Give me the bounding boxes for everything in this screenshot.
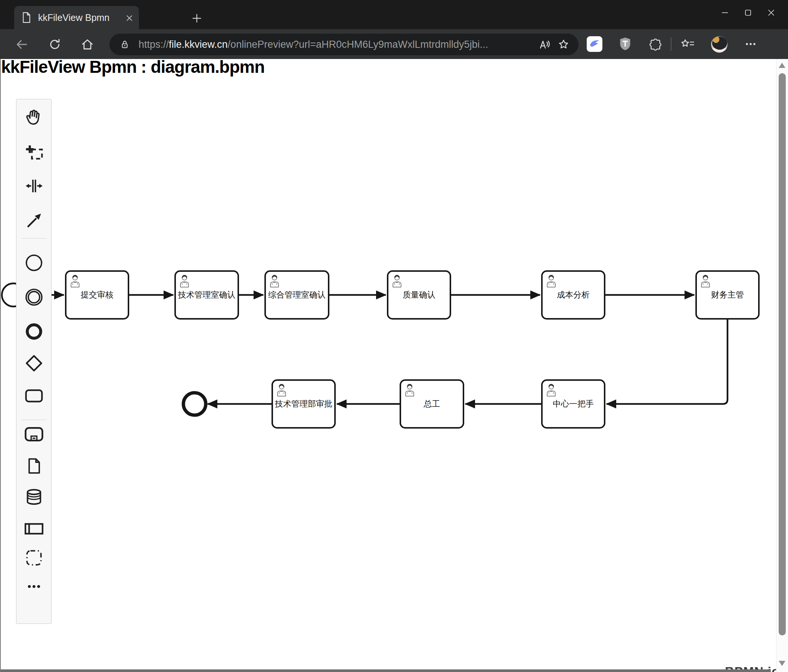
gateway-icon: [24, 353, 44, 373]
palette-more-options-button[interactable]: [24, 576, 44, 597]
user-task-icon: [404, 383, 415, 396]
star-icon: [558, 38, 570, 51]
url-text: https://file.kkview.cn/onlinePreview?url…: [138, 39, 536, 51]
horizontal-scrollbar[interactable]: [0, 669, 771, 672]
end-event-icon: [24, 322, 44, 341]
scroll-up-arrow[interactable]: [778, 63, 785, 68]
scroll-down-arrow[interactable]: [778, 661, 785, 666]
create-task-button[interactable]: [24, 385, 44, 406]
create-group-button[interactable]: [24, 547, 44, 568]
task-label: 成本分析: [557, 289, 590, 301]
settings-menu-button[interactable]: [742, 35, 759, 52]
create-gateway-button[interactable]: [24, 353, 44, 374]
read-aloud-button[interactable]: [536, 36, 552, 52]
favorite-button[interactable]: [555, 36, 572, 52]
subprocess-icon: [24, 424, 44, 444]
favorites-list-icon: [680, 38, 695, 51]
vertical-scrollbar[interactable]: [776, 59, 788, 672]
user-task-icon: [546, 383, 557, 396]
group-icon: [25, 548, 43, 567]
bpmn-task-6[interactable]: 财务主管: [695, 270, 759, 320]
create-end-event-button[interactable]: [24, 321, 44, 342]
task-icon: [24, 385, 44, 406]
palette-separator: [21, 238, 46, 239]
tab-title: kkFileView Bpmn: [38, 12, 110, 23]
user-task-icon: [179, 274, 190, 287]
task-label: 总工: [424, 398, 440, 409]
start-event-icon: [24, 253, 44, 273]
maximize-button[interactable]: [736, 3, 759, 22]
bpmn-palette: [16, 99, 52, 624]
lasso-tool-button[interactable]: [24, 141, 44, 162]
create-start-event-button[interactable]: [24, 252, 44, 273]
bpmn-task-9[interactable]: 技术管理部审批: [272, 379, 336, 429]
minimize-button[interactable]: [713, 3, 736, 22]
lasso-tool-icon: [24, 141, 44, 162]
task-label: 提交审核: [81, 289, 114, 301]
bpmn-task-4[interactable]: 质量确认: [387, 270, 451, 320]
create-data-store-button[interactable]: [24, 487, 44, 507]
hand-tool-icon: [24, 107, 44, 127]
bpmn-task-1[interactable]: 提交审核: [65, 270, 129, 320]
bpmn-task-5[interactable]: 成本分析: [541, 270, 605, 320]
global-connect-tool-button[interactable]: [24, 210, 44, 231]
create-data-object-button[interactable]: [24, 455, 44, 476]
thunder-icon: [587, 36, 602, 52]
task-label: 技术管理室确认: [178, 289, 236, 301]
window-left-edge: [0, 59, 1, 672]
refresh-icon: [49, 38, 61, 51]
read-aloud-icon: [538, 38, 550, 51]
favorites-list-button[interactable]: [679, 35, 695, 52]
user-task-icon: [269, 274, 280, 287]
hand-tool-button[interactable]: [24, 107, 44, 128]
create-intermediate-event-button[interactable]: [24, 287, 44, 307]
user-task-icon: [276, 383, 287, 396]
data-store-icon: [24, 487, 44, 507]
url-path: /onlinePreview?url=aHR0cHM6Ly9maWxlLmtrd…: [228, 39, 488, 50]
user-task-icon: [546, 274, 557, 287]
window-controls: [713, 3, 783, 22]
task-label: 中心一把手: [553, 398, 594, 409]
shield-t-icon: [618, 36, 632, 52]
new-tab-button[interactable]: [191, 13, 202, 24]
bpmn-task-2[interactable]: 技术管理室确认: [175, 270, 239, 320]
close-tab-icon[interactable]: [125, 13, 134, 22]
task-label: 综合管理室确认: [268, 289, 326, 301]
task-label: 质量确认: [403, 289, 435, 301]
bpmn-canvas: [0, 59, 776, 672]
task-label: 技术管理部审批: [275, 398, 332, 409]
bpmn-task-8[interactable]: 总工: [400, 379, 464, 429]
user-task-icon: [70, 274, 81, 287]
space-tool-button[interactable]: [24, 176, 44, 197]
task-label: 财务主管: [711, 289, 744, 301]
ellipsis-icon: [25, 578, 43, 595]
extensions-button[interactable]: [647, 35, 664, 52]
browser-tab[interactable]: kkFileView Bpmn: [14, 6, 139, 29]
refresh-button[interactable]: [47, 36, 63, 52]
profile-avatar[interactable]: [711, 36, 728, 52]
url-host: file.kkview.cn: [169, 39, 228, 50]
lock-icon: [120, 39, 130, 50]
ellipsis-icon: [744, 38, 757, 51]
flow-t6-t7[interactable]: [607, 320, 728, 404]
back-button[interactable]: [13, 36, 30, 52]
space-tool-icon: [24, 176, 44, 196]
user-task-icon: [700, 274, 711, 287]
bpmn-task-3[interactable]: 综合管理室确认: [264, 270, 329, 320]
intermediate-event-icon: [24, 287, 44, 307]
palette-separator: [21, 420, 46, 420]
create-participant-button[interactable]: [24, 518, 44, 539]
close-window-button[interactable]: [759, 3, 783, 22]
data-object-icon: [25, 456, 43, 475]
back-arrow-icon: [15, 38, 29, 51]
thunder-extension-button[interactable]: [586, 35, 603, 52]
home-button[interactable]: [79, 36, 95, 52]
scrollbar-thumb[interactable]: [778, 73, 786, 636]
tampermonkey-extension-button[interactable]: [617, 35, 633, 52]
browser-chrome: kkFileView Bpmn: [0, 0, 788, 59]
create-subprocess-button[interactable]: [24, 424, 44, 445]
end-event[interactable]: [183, 393, 206, 415]
bpmn-task-7[interactable]: 中心一把手: [541, 379, 605, 429]
address-bar[interactable]: https://file.kkview.cn/onlinePreview?url…: [110, 33, 578, 55]
home-icon: [81, 38, 94, 51]
